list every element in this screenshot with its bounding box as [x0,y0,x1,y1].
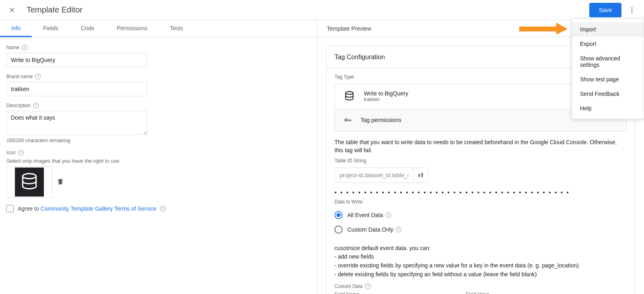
menu-item-test-page[interactable]: Show test page [572,72,644,87]
key-icon [342,113,353,127]
brand-label: Brand name [6,74,33,79]
database-icon [19,172,39,192]
menu-item-export[interactable]: Export [572,37,644,51]
svg-rect-7 [350,120,351,122]
data-to-write-label: Data to Write [326,197,635,206]
radio-custom-label: Custom Data Only [347,226,393,233]
icon-note: Select only images that you have the rig… [6,158,310,164]
svg-point-1 [632,9,633,10]
svg-rect-10 [421,173,423,177]
table-id-label: Table ID String [326,156,635,165]
svg-point-3 [23,174,36,179]
agree-checkbox[interactable] [6,205,14,212]
radio-custom-data-only[interactable] [334,226,343,234]
tab-info[interactable]: Info [0,20,32,37]
agree-link[interactable]: Community Template Gallery Terms of Serv… [41,205,156,212]
svg-point-0 [632,7,633,8]
svg-rect-8 [349,120,349,121]
tab-fields[interactable]: Fields [32,20,69,37]
svg-rect-9 [418,174,420,177]
database-icon [342,89,357,104]
help-icon[interactable]: ? [396,227,401,232]
menu-item-advanced-settings[interactable]: Show advanced settings [572,51,644,72]
help-icon[interactable]: ? [386,212,391,218]
brand-input[interactable] [6,82,147,96]
name-label: Name [6,45,19,50]
menu-item-help[interactable]: Help [572,101,644,116]
svg-point-2 [632,11,633,12]
tag-brand: trakken [364,97,408,102]
name-input[interactable] [6,53,147,67]
help-text: The table that you want to write data to… [326,132,635,156]
radio-all-event-data[interactable] [334,211,343,219]
info-form: Name ? Brand name ? Description ? Does w… [0,37,317,219]
tab-tests[interactable]: Tests [159,20,194,37]
header-bar: Template Editor Save [0,0,644,20]
table-id-input[interactable] [335,168,413,182]
menu-item-import[interactable]: Import [572,22,644,37]
svg-point-4 [346,91,353,94]
variable-picker-icon[interactable] [413,168,427,182]
description-label: Description [6,103,31,108]
help-icon[interactable]: ? [22,45,27,50]
col-field-name: Field Name [334,292,466,294]
tag-permissions-label: Tag permissions [361,117,401,123]
char-remaining: 183/200 characters remaining [6,138,310,143]
custom-data-label: Custom Data [334,284,363,289]
icon-label: Icon [6,150,16,155]
save-button[interactable]: Save [589,3,621,17]
more-menu-icon[interactable] [625,3,639,17]
page-title: Template Editor [27,5,83,14]
divider: • • • • • • • • • • • • • • • • • • • • … [334,189,627,196]
description-input[interactable]: Does what it says [6,111,147,135]
tabs: Info Fields Code Permissions Tests [0,20,317,37]
delete-icon[interactable] [56,178,64,187]
help-icon[interactable]: ? [18,150,24,155]
help-icon[interactable]: ? [365,284,371,289]
left-pane: Info Fields Code Permissions Tests Name … [0,20,317,294]
agree-prefix: Agree to [18,205,41,212]
help-icon[interactable]: ? [160,206,166,211]
icon-preview[interactable] [6,166,52,198]
tab-code[interactable]: Code [70,20,105,37]
help-icon[interactable]: ? [33,103,39,108]
close-icon[interactable] [5,3,19,17]
radio-all-label: All Event Data [347,212,383,218]
help-icon[interactable]: ? [35,74,41,79]
customize-text: cusotmize default event data. you can: -… [326,238,635,281]
menu-item-send-feedback[interactable]: Send Feedback [572,87,644,101]
tab-permissions[interactable]: Permissions [105,20,159,37]
overflow-menu: Import Export Show advanced settings Sho… [572,19,644,119]
col-field-value: Field Value [466,292,489,294]
tag-name: Write to BigQuery [364,90,408,97]
